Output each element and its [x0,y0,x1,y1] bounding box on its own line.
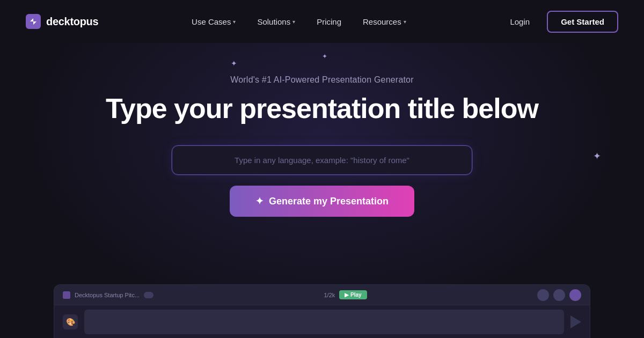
get-started-button[interactable]: Get Started [547,11,618,33]
hero-content: World's #1 AI-Powered Presentation Gener… [106,75,538,238]
chevron-down-icon: ▾ [233,19,236,25]
logo[interactable]: decktopus [26,14,98,29]
navbar: decktopus Use Cases ▾ Solutions ▾ Pricin… [0,0,644,43]
preview-title: Decktopus Startup Pitc... [75,292,140,298]
preview-content: 🎨 [54,305,590,338]
nav-solutions[interactable]: Solutions ▾ [248,13,304,31]
preview-topbar-left: Decktopus Startup Pitc... [63,291,153,299]
sparkle-decoration-1: ✦ [231,59,237,68]
preview-topbar-right [537,289,581,301]
sparkle-decoration-2: ✦ [322,53,327,60]
hero-section: ✦ ✦ ✦ ✦ ✦ World's #1 AI-Powered Presenta… [0,43,644,338]
presentation-title-input[interactable] [172,145,472,175]
notification-icon [553,289,565,301]
nav-resources[interactable]: Resources ▾ [354,13,415,31]
cloud-icon [144,292,153,298]
slide-preview-area [84,310,564,334]
preview-bar: Decktopus Startup Pitc... 1/2k ▶ Play 🎨 [54,284,590,338]
sparkle-icon: ✦ [255,195,264,207]
user-avatar[interactable] [569,289,581,301]
logo-icon [26,14,41,29]
nav-use-cases[interactable]: Use Cases ▾ [183,13,244,31]
generate-button[interactable]: ✦ Generate my Presentation [230,186,414,217]
logo-text: decktopus [46,16,98,28]
home-icon [63,291,70,299]
nav-pricing[interactable]: Pricing [308,13,350,31]
preview-topbar: Decktopus Startup Pitc... 1/2k ▶ Play [54,285,590,305]
chevron-down-icon: ▾ [404,19,406,25]
input-container [172,145,472,175]
slide-counter: 1/2k [324,292,335,298]
chevron-down-icon: ▾ [292,19,295,25]
nav-actions: Login Get Started [499,11,618,33]
play-button[interactable]: ▶ Play [339,290,367,299]
hero-subtitle: World's #1 AI-Powered Presentation Gener… [230,75,414,85]
next-slide-icon[interactable] [570,315,581,328]
hero-title: Type your presentation title below [106,93,538,124]
help-icon [537,289,549,301]
palette-icon: 🎨 [63,314,78,329]
nav-links: Use Cases ▾ Solutions ▾ Pricing Resource… [183,13,415,31]
svg-rect-0 [26,14,41,29]
sparkle-decoration-3: ✦ [593,150,601,162]
login-button[interactable]: Login [499,13,540,31]
preview-topbar-center: 1/2k ▶ Play [324,290,367,299]
